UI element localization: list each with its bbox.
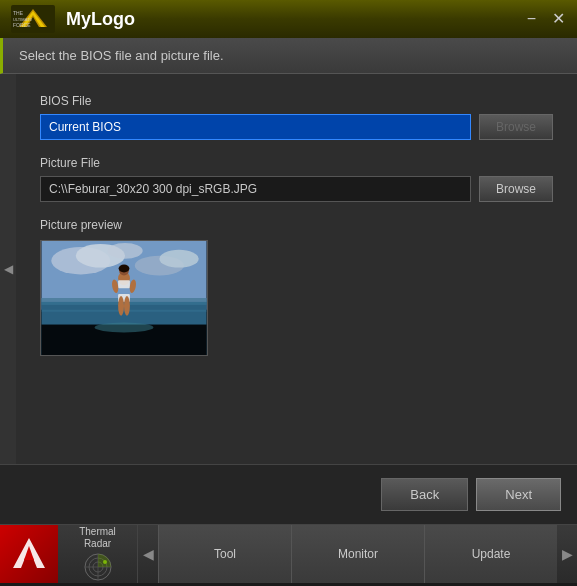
svg-text:THE: THE <box>13 10 24 16</box>
instruction-bar: Select the BIOS file and picture file. <box>0 38 577 74</box>
bios-file-section: BIOS File Browse <box>40 94 553 140</box>
taskbar-tools: Tool Monitor Update <box>158 525 557 583</box>
svg-point-26 <box>95 323 154 333</box>
svg-point-11 <box>107 243 142 259</box>
picture-file-label: Picture File <box>40 156 553 170</box>
tool-button[interactable]: Tool <box>158 525 291 583</box>
minimize-button[interactable]: − <box>523 9 540 29</box>
bios-browse-button: Browse <box>479 114 553 140</box>
preview-image <box>40 240 208 356</box>
svg-text:FORCE: FORCE <box>13 22 31 28</box>
svg-rect-13 <box>41 302 206 305</box>
svg-point-34 <box>103 560 107 564</box>
back-button[interactable]: Back <box>381 478 468 511</box>
app-logo: THE ULTIMATE FORCE <box>8 4 58 34</box>
thermal-radar-button[interactable]: Thermal Radar <box>58 525 138 583</box>
monitor-button[interactable]: Monitor <box>291 525 424 583</box>
bios-file-label: BIOS File <box>40 94 553 108</box>
thermal-radar-label: Thermal Radar <box>79 526 116 550</box>
title-bar: THE ULTIMATE FORCE MyLogo − ✕ <box>0 0 577 38</box>
main-content: BIOS File Browse Picture File Browse Pic… <box>16 74 577 464</box>
collapse-panel[interactable]: ◀ <box>0 74 16 464</box>
radar-icon <box>83 552 113 582</box>
svg-rect-19 <box>118 280 130 288</box>
svg-point-23 <box>118 296 124 316</box>
ati-logo <box>0 525 58 583</box>
window-controls: − ✕ <box>523 9 569 29</box>
svg-rect-14 <box>41 310 206 312</box>
svg-point-24 <box>124 296 130 316</box>
picture-file-section: Picture File Browse <box>40 156 553 202</box>
picture-browse-button[interactable]: Browse <box>479 176 553 202</box>
app-title: MyLogo <box>66 9 523 30</box>
update-button[interactable]: Update <box>424 525 557 583</box>
picture-preview-section: Picture preview <box>40 218 553 356</box>
svg-point-10 <box>159 250 198 268</box>
close-button[interactable]: ✕ <box>548 9 569 29</box>
bios-file-row: Browse <box>40 114 553 140</box>
navigation-bar: Back Next <box>0 464 577 524</box>
instruction-text: Select the BIOS file and picture file. <box>19 48 224 63</box>
taskbar: Thermal Radar ◀ Tool Monitor Update ▶ <box>0 524 577 582</box>
picture-file-input[interactable] <box>40 176 471 202</box>
preview-label: Picture preview <box>40 218 553 232</box>
taskbar-left-arrow[interactable]: ◀ <box>138 525 158 583</box>
next-button[interactable]: Next <box>476 478 561 511</box>
bios-file-input[interactable] <box>40 114 471 140</box>
picture-file-row: Browse <box>40 176 553 202</box>
taskbar-right-arrow[interactable]: ▶ <box>557 525 577 583</box>
svg-point-18 <box>119 265 130 273</box>
